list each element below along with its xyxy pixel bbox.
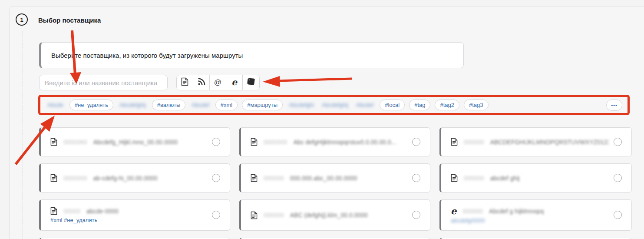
radio-button[interactable] <box>212 138 220 146</box>
ie-icon: e <box>231 78 237 86</box>
filter-file-button[interactable] <box>177 75 193 90</box>
supplier-name-redacted: ABCDEFGHIJKLMNOPQRSTUVWXYZ0123456... <box>490 139 609 146</box>
source-type-filter-toolbar: @ e <box>176 75 260 90</box>
document-icon <box>50 207 57 215</box>
radio-button[interactable] <box>614 174 622 182</box>
info-banner-text: Выберите поставщика, из которого будут з… <box>41 52 243 59</box>
tag-chip-xml[interactable]: #xml <box>215 100 238 110</box>
step-title: Выбор поставщика <box>38 17 101 24</box>
radio-button[interactable] <box>412 211 420 219</box>
radio-button[interactable] <box>212 211 220 219</box>
filter-rss-button[interactable] <box>193 75 210 90</box>
tag-chip-redacted[interactable]: Abcdef <box>190 100 211 110</box>
document-icon <box>251 138 258 146</box>
supplier-id-redacted: 0000060 <box>63 139 87 146</box>
step-number: 1 <box>20 17 23 23</box>
tags-row-highlight: Abcde #не_удалять Abcdefghij #валюты Abc… <box>38 95 630 115</box>
step-number-badge: 1 <box>16 13 28 26</box>
supplier-name-redacted: Abcdef g hijklmnopq <box>489 208 544 215</box>
tag-chip-tag2[interactable]: #tag2 <box>435 100 459 110</box>
tag-chip-tag3[interactable]: #tag3 <box>464 100 489 110</box>
radio-button[interactable] <box>412 174 420 182</box>
supplier-search-input[interactable] <box>39 75 168 90</box>
tag-chip-tag[interactable]: #tag <box>409 100 430 110</box>
supplier-card[interactable]: 000000 000.000.abc_00.00.0000 <box>239 163 430 193</box>
filter-catalog-button[interactable] <box>243 75 259 90</box>
supplier-id-redacted: 000000 <box>464 175 484 182</box>
radio-button[interactable] <box>614 138 622 146</box>
supplier-id-redacted: 0000000 <box>264 139 287 146</box>
supplier-card[interactable]: 0000000 Abc defgHijklmnopqrstuv0.0.00.00… <box>239 127 430 156</box>
supplier-card[interactable]: 000000 ABC (defghij).klm_00.0.0000 <box>239 199 430 231</box>
radio-button[interactable] <box>614 211 622 219</box>
info-banner: Выберите поставщика, из которого будут з… <box>39 42 464 68</box>
supplier-name-redacted: Abc defgHijklmnopqrstuv0.0.00.00.0... <box>294 139 396 146</box>
document-icon <box>251 211 258 219</box>
rss-icon <box>198 78 205 87</box>
supplier-card[interactable]: 00000 abcde-0000 #xml #не_удалять <box>39 199 230 231</box>
tag-chip-redacted[interactable]: Abcde <box>46 100 65 110</box>
tag-chip-valyuty[interactable]: #валюты <box>152 100 186 110</box>
document-icon <box>451 174 458 182</box>
supplier-grid: 0000060 Abcdefg_Hijkl.mno_00.00.0000 000… <box>39 127 632 239</box>
tag-chip-ne-udalyat[interactable]: #не_удалять <box>69 100 113 110</box>
supplier-card[interactable]: e 000000 Abcdef g hijklmnopq abcdefg/000… <box>439 199 632 231</box>
tag-chip-redacted[interactable]: Abcdefghij <box>118 100 148 110</box>
supplier-name-redacted: 000.000.abc_00.00.0000 <box>290 175 357 182</box>
more-tags-button[interactable]: ••• <box>606 100 622 111</box>
filter-email-button[interactable]: @ <box>210 75 226 90</box>
document-icon <box>451 138 458 146</box>
supplier-id-redacted: 000000 <box>264 175 284 182</box>
tag-chip-redacted[interactable]: Abcdefghi <box>287 100 316 110</box>
book-icon <box>247 78 255 87</box>
radio-button[interactable] <box>212 174 220 182</box>
supplier-id-redacted: 0000000 <box>63 175 87 182</box>
supplier-card[interactable]: 0000060 Abcdefg_Hijkl.mno_00.00.0000 <box>39 127 230 156</box>
ie-icon: e <box>451 206 456 216</box>
at-icon: @ <box>214 78 221 87</box>
supplier-name-redacted: Abcdefg_Hijkl.mno_00.00.0000 <box>93 139 178 146</box>
supplier-id-redacted: 000000 <box>464 139 484 146</box>
tag-chip-redacted[interactable]: Abcdef <box>354 100 375 110</box>
tag-chip-marshruty[interactable]: #маршруты <box>242 100 283 110</box>
filter-web-button[interactable]: e <box>226 75 243 90</box>
supplier-id-redacted: 000000 <box>462 208 483 215</box>
supplier-card-tags-redacted[interactable]: abcdefg/0000 <box>451 217 609 224</box>
document-icon <box>251 174 258 182</box>
supplier-name-redacted: ab-cdefg-hi_00.00.0000 <box>93 175 158 182</box>
tag-chip-local[interactable]: #local <box>380 100 405 110</box>
document-icon <box>50 138 57 146</box>
supplier-id-redacted: 00000 <box>63 208 80 215</box>
supplier-card[interactable]: 000000 abcdef ghij <box>439 163 632 193</box>
supplier-id-redacted: 000000 <box>264 212 284 219</box>
supplier-name-redacted: ABC (defghij).klm_00.0.0000 <box>290 212 368 219</box>
radio-button[interactable] <box>412 138 420 146</box>
supplier-card[interactable]: 000000 ABCDEFGHIJKLMNOPQRSTUVWXYZ0123456… <box>439 127 632 156</box>
supplier-name-redacted: abcde-0000 <box>86 208 119 215</box>
tag-chip-redacted[interactable]: Abcdefghij <box>320 100 350 110</box>
supplier-name-redacted: abcdef ghij <box>490 175 520 182</box>
supplier-card[interactable]: 0000000 ab-cdefg-hi_00.00.0000 <box>39 163 230 193</box>
document-icon <box>50 174 57 182</box>
document-icon <box>181 77 188 88</box>
step-connector-line <box>23 31 23 239</box>
supplier-card-tags[interactable]: #xml #не_удалять <box>50 217 207 223</box>
